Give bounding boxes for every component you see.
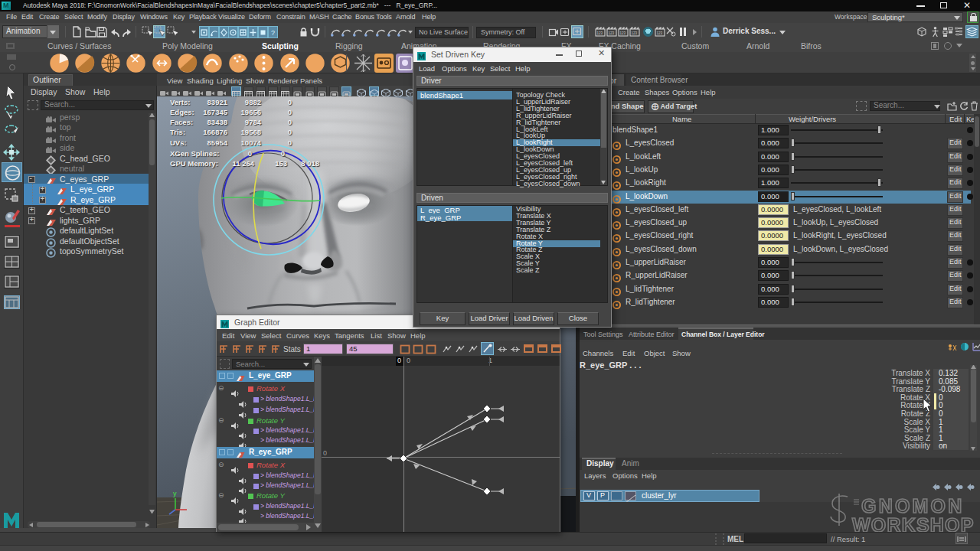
svg-text:GNOMON: GNOMON [861,495,964,517]
svg-text:123: 123 [608,31,614,35]
svg-text:123: 123 [619,31,626,35]
svg-text:?: ? [271,29,275,37]
svg-text:123: 123 [631,31,637,35]
svg-text:123: 123 [596,31,603,35]
svg-text:123: 123 [656,31,662,35]
